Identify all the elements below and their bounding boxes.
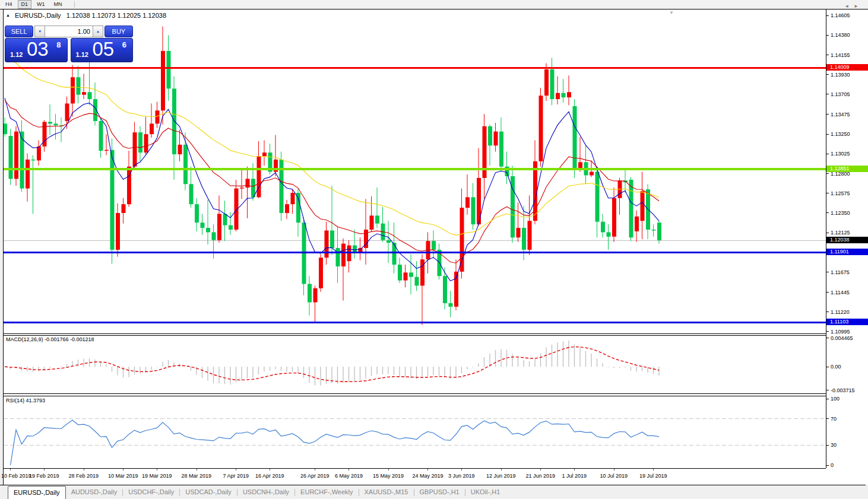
candle-body [336, 248, 340, 266]
terminal-window: H4 D1 W1 MN ▲ EURUSD-,Daily 1.12038 1.12… [0, 0, 868, 499]
rsi-scale-label: 70 [831, 416, 837, 422]
date-tick-label: 16 Apr 2019 [255, 473, 284, 479]
candle-body [161, 51, 165, 110]
volume-increase-button[interactable]: ▲ [93, 26, 103, 37]
candle-body [223, 214, 227, 225]
candle-body [48, 122, 52, 123]
price-tick-label: 1.11220 [831, 309, 850, 315]
buy-price-pip: 6 [122, 40, 126, 49]
buy-price-main: 05 [93, 38, 115, 61]
buy-price-prefix: 1.12 [76, 51, 88, 58]
candle-body [54, 123, 58, 125]
candle-body [206, 228, 210, 232]
buy-button[interactable]: BUY [104, 26, 133, 37]
symbol-tab-eurchf[interactable]: EURCHF-,Weekly [295, 486, 358, 498]
date-tick-label: 6 May 2019 [335, 473, 363, 479]
symbol-tab-audusd[interactable]: AUDUSD-,Daily [66, 486, 123, 498]
symbol-tab-usdcnh[interactable]: USDCNH-,Daily [237, 486, 294, 498]
candle-body [595, 172, 600, 222]
sell-button[interactable]: SELL [5, 26, 33, 37]
candle-body [319, 258, 323, 288]
symbol-tab-eurusd[interactable]: EURUSD-,Daily [8, 486, 66, 499]
candle-body [443, 276, 447, 303]
volume-decrease-button[interactable]: ▼ [34, 26, 45, 37]
price-tick-label: 1.12575 [831, 190, 850, 196]
candle-body [573, 106, 577, 169]
price-tick-label: 1.13250 [831, 131, 850, 137]
candle-body [488, 126, 492, 145]
candle-body [629, 180, 633, 237]
candle-body [544, 69, 549, 96]
tab-scroll-right-icon[interactable]: ► [854, 4, 863, 9]
date-tick-label: 10 Jul 2019 [600, 473, 628, 479]
candle-body [138, 132, 142, 152]
candle-body [167, 51, 171, 88]
chart-shift-marker-icon[interactable]: ▼ [669, 10, 674, 15]
symbol-tab-xauusd[interactable]: XAUUSD-,M15 [359, 486, 414, 498]
price-tick-label: 1.13930 [831, 72, 850, 78]
candle-body [612, 198, 616, 237]
candle-body [607, 232, 611, 236]
candle-body [93, 99, 97, 121]
date-tick-label: 15 May 2019 [373, 473, 404, 479]
candle-body [31, 160, 36, 160]
macd-label: MACD(12,26,9) -0.001766 -0.001218 [6, 336, 94, 342]
date-tick-label: 3 Jun 2019 [448, 473, 475, 479]
candle-body [494, 132, 498, 146]
candle-body [217, 214, 221, 240]
candle-body [229, 225, 233, 230]
symbol-tab-ukoil[interactable]: UKOil-,H1 [465, 486, 506, 498]
candle-body [183, 145, 188, 184]
macd-scale-label: -0.003715 [831, 387, 855, 393]
date-tick-label: 19 Mar 2019 [142, 473, 172, 479]
candle-body [150, 123, 154, 134]
candle-body [77, 77, 81, 95]
symbol-tab-usdchf[interactable]: USDCHF-,Daily [123, 486, 179, 498]
price-tick-label: 1.13475 [831, 112, 850, 117]
candle-body [567, 92, 571, 97]
candle-body [189, 184, 194, 204]
date-tick-label: 10 Feb 2019 [1, 473, 31, 479]
candle-body [550, 69, 555, 99]
price-tag-1.11901: 1.11901 [826, 249, 868, 255]
symbol-tab-usdcad[interactable]: USDCAD-,Daily [180, 486, 237, 498]
candle-body [375, 215, 379, 223]
chart-symbol-title: EURUSD-,Daily [15, 12, 61, 19]
date-tick-label: 19 Feb 2019 [29, 473, 59, 479]
candle-body [460, 208, 464, 272]
candle-body [178, 145, 182, 154]
candle-body [257, 156, 261, 197]
buy-price-box[interactable]: 1.12 05 6 [71, 38, 134, 62]
tab-scroll-left-icon[interactable]: ◄ [844, 4, 854, 9]
price-tick-label: 1.14605 [831, 12, 850, 18]
date-tick-label: 21 Jun 2019 [526, 473, 556, 479]
candle-body [9, 136, 13, 179]
sell-price-box[interactable]: 1.12 03 8 [5, 38, 68, 62]
candle-body [590, 172, 594, 176]
candle-body [71, 77, 75, 103]
candle-body [122, 204, 126, 213]
sell-price-pip: 8 [56, 40, 61, 49]
volume-input[interactable] [45, 26, 93, 37]
candle-body [601, 222, 605, 233]
candle-body [65, 103, 69, 121]
candle-body [82, 92, 86, 94]
candle-body [212, 232, 216, 240]
symbol-tab-gbpusd[interactable]: GBPUSD-,H1 [414, 486, 465, 498]
date-tick-label: 28 Feb 2019 [69, 473, 99, 479]
candle-body [144, 134, 148, 152]
candle-body [26, 160, 30, 189]
candle-body [285, 204, 289, 213]
candle-body [539, 96, 543, 161]
candle-body [201, 223, 205, 228]
candle-body [240, 187, 244, 188]
candle-body [415, 277, 419, 286]
candle-body [262, 152, 267, 156]
candle-body [172, 88, 176, 154]
candle-body [14, 132, 18, 179]
chart-canvas[interactable] [0, 0, 868, 499]
candle-body [291, 193, 295, 204]
price-tick-label: 1.13705 [831, 91, 850, 97]
collapse-triangle-icon[interactable]: ▲ [6, 13, 10, 17]
price-tick-label: 1.14155 [831, 52, 850, 58]
